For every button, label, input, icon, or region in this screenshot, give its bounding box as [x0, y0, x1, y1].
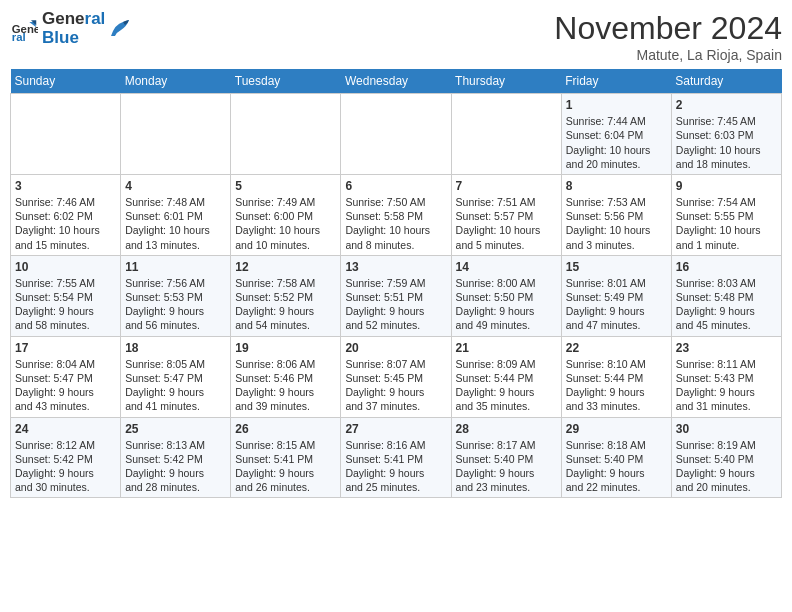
day-info: Sunset: 5:49 PM — [566, 290, 667, 304]
calendar-cell: 2Sunrise: 7:45 AMSunset: 6:03 PMDaylight… — [671, 94, 781, 175]
calendar-cell: 3Sunrise: 7:46 AMSunset: 6:02 PMDaylight… — [11, 174, 121, 255]
location-subtitle: Matute, La Rioja, Spain — [554, 47, 782, 63]
day-info: Sunrise: 8:05 AM — [125, 357, 226, 371]
day-info: Sunrise: 7:49 AM — [235, 195, 336, 209]
day-info: Sunrise: 7:59 AM — [345, 276, 446, 290]
day-number: 5 — [235, 178, 336, 194]
day-info: Sunrise: 8:07 AM — [345, 357, 446, 371]
day-info: Daylight: 9 hours — [235, 304, 336, 318]
day-info: Sunrise: 8:13 AM — [125, 438, 226, 452]
day-info: and 5 minutes. — [456, 238, 557, 252]
day-info: Daylight: 9 hours — [345, 466, 446, 480]
calendar-cell: 7Sunrise: 7:51 AMSunset: 5:57 PMDaylight… — [451, 174, 561, 255]
day-number: 8 — [566, 178, 667, 194]
day-info: Sunset: 5:50 PM — [456, 290, 557, 304]
weekday-header-sunday: Sunday — [11, 69, 121, 94]
day-number: 26 — [235, 421, 336, 437]
day-info: Daylight: 9 hours — [15, 304, 116, 318]
day-number: 21 — [456, 340, 557, 356]
day-info: and 54 minutes. — [235, 318, 336, 332]
calendar-cell — [451, 94, 561, 175]
day-info: and 26 minutes. — [235, 480, 336, 494]
day-info: Sunrise: 8:03 AM — [676, 276, 777, 290]
day-info: Sunset: 6:00 PM — [235, 209, 336, 223]
day-info: Daylight: 10 hours — [676, 223, 777, 237]
calendar-cell: 14Sunrise: 8:00 AMSunset: 5:50 PMDayligh… — [451, 255, 561, 336]
calendar-cell: 28Sunrise: 8:17 AMSunset: 5:40 PMDayligh… — [451, 417, 561, 498]
day-info: Sunset: 5:44 PM — [566, 371, 667, 385]
day-info: Daylight: 10 hours — [566, 223, 667, 237]
day-info: Sunrise: 8:17 AM — [456, 438, 557, 452]
day-info: and 35 minutes. — [456, 399, 557, 413]
day-info: Sunrise: 8:11 AM — [676, 357, 777, 371]
day-info: and 18 minutes. — [676, 157, 777, 171]
day-number: 9 — [676, 178, 777, 194]
day-info: Sunrise: 7:45 AM — [676, 114, 777, 128]
day-number: 24 — [15, 421, 116, 437]
day-info: Sunrise: 8:00 AM — [456, 276, 557, 290]
calendar-cell: 15Sunrise: 8:01 AMSunset: 5:49 PMDayligh… — [561, 255, 671, 336]
day-info: Daylight: 9 hours — [566, 466, 667, 480]
day-info: Sunset: 6:04 PM — [566, 128, 667, 142]
day-info: Sunset: 5:53 PM — [125, 290, 226, 304]
day-number: 12 — [235, 259, 336, 275]
day-info: Sunrise: 8:16 AM — [345, 438, 446, 452]
calendar-cell: 11Sunrise: 7:56 AMSunset: 5:53 PMDayligh… — [121, 255, 231, 336]
calendar-cell: 4Sunrise: 7:48 AMSunset: 6:01 PMDaylight… — [121, 174, 231, 255]
day-info: Daylight: 9 hours — [345, 385, 446, 399]
day-number: 16 — [676, 259, 777, 275]
calendar-cell — [341, 94, 451, 175]
day-number: 7 — [456, 178, 557, 194]
title-block: November 2024 Matute, La Rioja, Spain — [554, 10, 782, 63]
day-info: Daylight: 10 hours — [676, 143, 777, 157]
day-info: Sunset: 5:42 PM — [15, 452, 116, 466]
day-info: Daylight: 9 hours — [125, 385, 226, 399]
day-info: Daylight: 9 hours — [15, 385, 116, 399]
weekday-header-saturday: Saturday — [671, 69, 781, 94]
day-info: Sunset: 5:40 PM — [676, 452, 777, 466]
day-number: 20 — [345, 340, 446, 356]
day-info: Sunset: 5:51 PM — [345, 290, 446, 304]
day-info: and 10 minutes. — [235, 238, 336, 252]
day-info: Sunrise: 7:54 AM — [676, 195, 777, 209]
day-info: Sunset: 5:46 PM — [235, 371, 336, 385]
day-number: 17 — [15, 340, 116, 356]
calendar-cell — [121, 94, 231, 175]
calendar-cell — [11, 94, 121, 175]
svg-text:ral: ral — [12, 31, 26, 43]
day-info: Daylight: 10 hours — [345, 223, 446, 237]
day-info: Daylight: 9 hours — [456, 304, 557, 318]
day-info: Sunset: 6:02 PM — [15, 209, 116, 223]
logo-bird-icon — [109, 18, 129, 40]
day-info: Daylight: 9 hours — [345, 304, 446, 318]
day-info: and 28 minutes. — [125, 480, 226, 494]
day-info: Daylight: 9 hours — [566, 385, 667, 399]
day-info: and 1 minute. — [676, 238, 777, 252]
calendar-week-3: 10Sunrise: 7:55 AMSunset: 5:54 PMDayligh… — [11, 255, 782, 336]
calendar-week-4: 17Sunrise: 8:04 AMSunset: 5:47 PMDayligh… — [11, 336, 782, 417]
day-number: 13 — [345, 259, 446, 275]
month-title: November 2024 — [554, 10, 782, 47]
day-info: Sunrise: 7:44 AM — [566, 114, 667, 128]
day-info: and 20 minutes. — [566, 157, 667, 171]
day-info: Sunset: 5:43 PM — [676, 371, 777, 385]
calendar-cell: 30Sunrise: 8:19 AMSunset: 5:40 PMDayligh… — [671, 417, 781, 498]
calendar-cell: 29Sunrise: 8:18 AMSunset: 5:40 PMDayligh… — [561, 417, 671, 498]
day-number: 4 — [125, 178, 226, 194]
day-info: Daylight: 10 hours — [15, 223, 116, 237]
day-number: 29 — [566, 421, 667, 437]
calendar-cell: 6Sunrise: 7:50 AMSunset: 5:58 PMDaylight… — [341, 174, 451, 255]
day-info: Daylight: 9 hours — [676, 385, 777, 399]
day-info: Sunrise: 8:12 AM — [15, 438, 116, 452]
day-info: Daylight: 9 hours — [125, 304, 226, 318]
day-number: 14 — [456, 259, 557, 275]
day-info: and 15 minutes. — [15, 238, 116, 252]
calendar-cell: 5Sunrise: 7:49 AMSunset: 6:00 PMDaylight… — [231, 174, 341, 255]
day-info: and 3 minutes. — [566, 238, 667, 252]
day-info: Daylight: 9 hours — [235, 466, 336, 480]
day-info: Daylight: 9 hours — [566, 304, 667, 318]
day-info: and 52 minutes. — [345, 318, 446, 332]
logo-icon: Gene ral — [10, 15, 38, 43]
logo-text: General Blue — [42, 10, 105, 47]
day-number: 25 — [125, 421, 226, 437]
